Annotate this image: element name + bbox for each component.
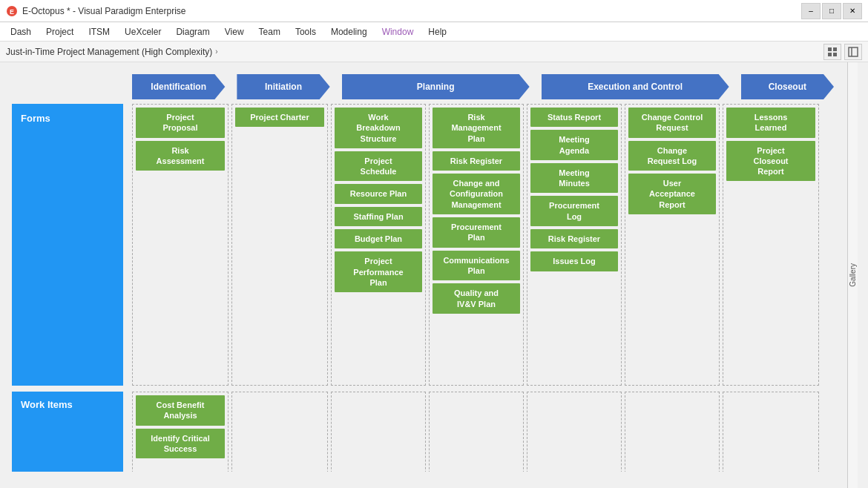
main-content: Identification Initiation Planning Execu… xyxy=(0,62,868,488)
breadcrumb-chevron: › xyxy=(215,47,217,56)
workitems-execution-left-cell xyxy=(527,392,622,472)
change-config-mgmt-card[interactable]: Change andConfigurationManagement xyxy=(433,174,520,214)
workitems-execution-right-cell xyxy=(625,392,720,472)
resource-plan-card[interactable]: Resource Plan xyxy=(335,184,422,203)
menu-window[interactable]: Window xyxy=(375,24,421,40)
staffing-plan-card[interactable]: Staffing Plan xyxy=(335,207,422,226)
app-icon: E xyxy=(6,5,18,17)
workitems-planning-left-cell xyxy=(331,392,426,472)
layout-icon-btn[interactable] xyxy=(823,44,841,60)
breadcrumb: Just-in-Time Project Management (High Co… xyxy=(6,47,212,57)
workitems-initiation-cell xyxy=(231,392,328,472)
gallery-panel[interactable]: Gallery xyxy=(847,62,858,488)
issues-log-card[interactable]: Issues Log xyxy=(530,251,618,271)
panel-icon-btn[interactable] xyxy=(844,44,862,60)
menu-view[interactable]: View xyxy=(217,24,251,40)
menu-team[interactable]: Team xyxy=(251,24,288,40)
menu-help[interactable]: Help xyxy=(421,24,454,40)
phase-identification: Identification xyxy=(132,74,225,99)
project-closeout-report-card[interactable]: ProjectCloseoutReport xyxy=(726,141,815,182)
workitems-identification-cell: Cost BenefitAnalysis Identify Critical S… xyxy=(132,392,228,472)
close-button[interactable]: ✕ xyxy=(843,3,862,19)
phase-closeout: Closeout xyxy=(741,74,834,99)
procurement-log-card[interactable]: ProcurementLog xyxy=(530,196,618,226)
forms-execution-left-cell: Status Report MeetingAgenda MeetingMinut… xyxy=(527,104,622,386)
budget-plan-card[interactable]: Budget Plan xyxy=(335,229,422,248)
diagram: Identification Initiation Planning Execu… xyxy=(0,62,847,472)
canvas-area[interactable]: Identification Initiation Planning Execu… xyxy=(0,62,847,472)
window-title: E-Octopus * - Visual Paradigm Enterprise xyxy=(22,6,801,16)
svg-rect-3 xyxy=(833,47,837,51)
vertical-scrollbar[interactable]: Gallery xyxy=(847,62,858,488)
breadcrumb-toolbar xyxy=(823,44,862,60)
menu-project[interactable]: Project xyxy=(39,24,81,40)
workitems-closeout-cell xyxy=(723,392,819,472)
title-bar: E E-Octopus * - Visual Paradigm Enterpri… xyxy=(0,0,868,22)
project-schedule-card[interactable]: ProjectSchedule xyxy=(335,151,422,182)
status-report-card[interactable]: Status Report xyxy=(530,108,618,127)
panel-icon xyxy=(848,47,858,57)
project-proposal-card[interactable]: ProjectProposal xyxy=(136,108,225,138)
risk-assessment-card[interactable]: RiskAssessment xyxy=(136,141,225,171)
project-charter-card[interactable]: Project Charter xyxy=(235,108,324,127)
user-acceptance-report-card[interactable]: UserAcceptanceReport xyxy=(628,174,716,214)
phase-planning: Planning xyxy=(342,74,530,99)
menu-itsm[interactable]: ITSM xyxy=(81,24,117,40)
forms-identification-cell: ProjectProposal RiskAssessment xyxy=(132,104,228,386)
cost-benefit-analysis-card[interactable]: Cost BenefitAnalysis xyxy=(136,395,225,426)
gallery-label: Gallery xyxy=(849,263,857,287)
menu-tools[interactable]: Tools xyxy=(288,24,323,40)
risk-register-exec-card[interactable]: Risk Register xyxy=(530,229,618,248)
change-control-request-card[interactable]: Change ControlRequest xyxy=(628,108,716,138)
menu-uexceler[interactable]: UeXceler xyxy=(117,24,168,40)
meeting-agenda-card[interactable]: MeetingAgenda xyxy=(530,130,618,160)
minimize-button[interactable]: – xyxy=(801,3,821,19)
lessons-learned-card[interactable]: LessonsLearned xyxy=(726,108,815,138)
menu-diagram[interactable]: Diagram xyxy=(168,24,217,40)
svg-rect-2 xyxy=(828,47,832,51)
menu-dash[interactable]: Dash xyxy=(3,24,39,40)
layout-icon xyxy=(827,47,838,57)
workitems-planning-right-cell xyxy=(429,392,524,472)
forms-initiation-cell: Project Charter xyxy=(231,104,328,386)
project-performance-plan-card[interactable]: ProjectPerformancePlan xyxy=(335,251,422,292)
meeting-minutes-card[interactable]: MeetingMinutes xyxy=(530,163,618,194)
phase-execution: Execution and Control xyxy=(542,74,729,99)
forms-planning-right-cell: RiskManagementPlan Risk Register Change … xyxy=(429,104,524,386)
risk-management-plan-card[interactable]: RiskManagementPlan xyxy=(433,108,520,148)
quality-ivv-plan-card[interactable]: Quality andIV&V Plan xyxy=(433,283,520,314)
svg-text:E: E xyxy=(10,8,14,16)
forms-planning-left-cell: WorkBreakdownStructure ProjectSchedule R… xyxy=(331,104,426,386)
menu-modeling[interactable]: Modeling xyxy=(323,24,375,40)
forms-closeout-cell: LessonsLearned ProjectCloseoutReport xyxy=(723,104,819,386)
work-items-label: Work Items xyxy=(12,392,123,472)
work-breakdown-structure-card[interactable]: WorkBreakdownStructure xyxy=(335,108,422,148)
procurement-plan-card[interactable]: ProcurementPlan xyxy=(433,217,520,248)
forms-label: Forms xyxy=(12,104,123,386)
window-controls: – □ ✕ xyxy=(801,3,862,19)
svg-rect-6 xyxy=(849,47,858,56)
breadcrumb-bar: Just-in-Time Project Management (High Co… xyxy=(0,42,868,62)
maximize-button[interactable]: □ xyxy=(822,3,841,19)
forms-execution-right-cell: Change ControlRequest ChangeRequest Log … xyxy=(625,104,720,386)
svg-rect-4 xyxy=(828,53,832,56)
svg-rect-5 xyxy=(833,53,837,56)
phase-initiation: Initiation xyxy=(237,74,329,99)
risk-register-plan-card[interactable]: Risk Register xyxy=(433,151,520,171)
communications-plan-card[interactable]: Communications Plan xyxy=(433,251,520,281)
identify-critical-success-card[interactable]: Identify Critical Success xyxy=(136,429,225,459)
menu-bar: Dash Project ITSM UeXceler Diagram View … xyxy=(0,22,868,42)
change-request-log-card[interactable]: ChangeRequest Log xyxy=(628,141,716,171)
